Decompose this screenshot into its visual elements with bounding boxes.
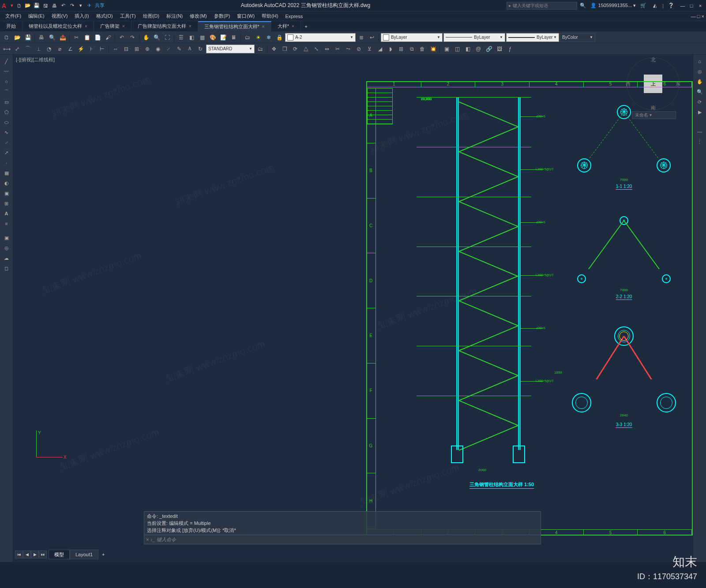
tool-design-icon[interactable]: ◧	[187, 33, 196, 42]
menu-express[interactable]: Express	[282, 14, 306, 19]
tool-open-icon[interactable]: 📂	[12, 33, 22, 42]
tool-plot-icon[interactable]: 🖶	[37, 33, 46, 42]
gradient-tool-icon[interactable]: ◐	[1, 178, 12, 188]
table-tool-icon[interactable]: ⊞	[1, 198, 12, 208]
menu-draw[interactable]: 绘图(D)	[139, 13, 163, 19]
menu-format[interactable]: 格式(O)	[93, 13, 116, 19]
spline-tool-icon[interactable]: ∿	[1, 127, 12, 137]
block-edit-icon[interactable]: ◧	[463, 44, 473, 54]
dim-edit-icon[interactable]: ✎	[174, 44, 184, 54]
tool-palette-icon[interactable]: 🎨	[208, 33, 218, 42]
point-tool-icon[interactable]: ·	[1, 158, 12, 168]
layer-lock-icon[interactable]: 🔒	[274, 33, 284, 42]
tool-pan-icon[interactable]: ✋	[141, 33, 151, 42]
tool-layer-icon[interactable]: 🗂	[243, 33, 252, 42]
cmd-close-icon[interactable]: ×	[146, 537, 149, 542]
arc-tool-icon[interactable]: ⌒	[1, 87, 12, 97]
dim-arc-icon[interactable]: ⌒	[23, 44, 33, 54]
tool-offset-icon[interactable]: ⧉	[407, 44, 417, 54]
child-close-button[interactable]: ×	[702, 14, 704, 19]
tool-publish-icon[interactable]: 📤	[58, 33, 68, 42]
command-input[interactable]: 键入命令	[157, 536, 539, 543]
polygon-tool-icon[interactable]: ⬠	[1, 107, 12, 117]
menu-tools[interactable]: 工具(T)	[116, 13, 139, 19]
qat-undo-icon[interactable]: ↶	[59, 2, 67, 10]
menu-dimension[interactable]: 标注(N)	[163, 13, 186, 19]
maximize-button[interactable]: □	[687, 2, 695, 9]
navbar-home-icon[interactable]: ⌂	[695, 56, 705, 66]
tool-break-icon[interactable]: ⊘	[354, 44, 364, 54]
tab-file-3[interactable]: 广告牌架结构立面大样×	[131, 21, 198, 32]
tool-save-icon[interactable]: 💾	[23, 33, 33, 42]
app-menu-arrow[interactable]: ▾	[11, 3, 13, 8]
qat-plot-icon[interactable]: 🖶	[50, 2, 58, 10]
dim-space-icon[interactable]: ↔	[111, 44, 120, 54]
dim-center-icon[interactable]: ⊕	[143, 44, 152, 54]
close-icon[interactable]: ×	[292, 24, 294, 29]
tool-erase-icon[interactable]: 🗑	[417, 44, 427, 54]
navbar-dash-icon[interactable]: —	[695, 127, 705, 136]
menu-insert[interactable]: 插入(I)	[71, 13, 92, 19]
child-maximize-button[interactable]: □	[697, 14, 700, 19]
dim-diameter-icon[interactable]: ⌀	[55, 44, 64, 54]
layout-nav-last-icon[interactable]: ⏭	[39, 551, 47, 558]
field-icon[interactable]: ƒ	[505, 44, 515, 54]
tool-rotate-icon[interactable]: ⟳	[290, 44, 300, 54]
search-icon[interactable]: 🔍	[579, 2, 587, 10]
tool-match-icon[interactable]: 🖌	[103, 33, 113, 42]
xline-tool-icon[interactable]: ⟋	[1, 138, 12, 147]
menu-parametric[interactable]: 参数(P)	[210, 13, 234, 19]
block-tool-icon[interactable]: ▣	[1, 233, 12, 243]
ucs-icon[interactable]: Y X	[28, 431, 64, 466]
autodesk-app-icon[interactable]: ◭	[651, 2, 659, 10]
layer-prev-icon[interactable]: ↩	[367, 33, 377, 42]
menu-help[interactable]: 帮助(H)	[258, 13, 282, 19]
dimstyle-dropdown[interactable]: STANDARD▼	[206, 45, 255, 53]
wipeout-tool-icon[interactable]: ◻	[1, 263, 12, 273]
tool-mirror-icon[interactable]: ⧋	[301, 44, 311, 54]
share-button[interactable]: 共享	[95, 2, 105, 9]
tool-scale-icon[interactable]: ⤡	[312, 44, 321, 54]
tool-zoomext-icon[interactable]: ⛶	[162, 33, 172, 42]
model-tab[interactable]: 模型	[49, 550, 70, 559]
dim-radius-icon[interactable]: ◔	[44, 44, 54, 54]
tool-extend-icon[interactable]: ⤳	[343, 44, 353, 54]
layer-dropdown[interactable]: A-2▼	[285, 33, 356, 42]
dim-update-icon[interactable]: ↻	[195, 44, 205, 54]
image-icon[interactable]: 🖼	[495, 44, 504, 54]
viewport-label[interactable]: [-][俯视][二维线框]	[16, 56, 55, 63]
dim-tedit-icon[interactable]: Ａ	[185, 44, 195, 54]
navbar-pan-icon[interactable]: ✋	[695, 77, 705, 86]
mtext-tool-icon[interactable]: A	[1, 209, 12, 218]
rect-tool-icon[interactable]: ▭	[1, 97, 12, 107]
dim-ordinate-icon[interactable]: ⟂	[34, 44, 43, 54]
viewcube-north[interactable]: 北	[651, 56, 656, 63]
child-minimize-button[interactable]: —	[691, 14, 696, 19]
xref-icon[interactable]: 🔗	[484, 44, 494, 54]
dim-inspect-icon[interactable]: ◉	[153, 44, 163, 54]
lineweight-dropdown[interactable]: ByLayer▼	[506, 33, 559, 42]
tab-file-2[interactable]: 广告牌架×	[94, 21, 131, 32]
new-tab-button[interactable]: +	[301, 24, 312, 29]
qat-open-icon[interactable]: 📂	[24, 2, 32, 10]
mline-tool-icon[interactable]: ≡	[1, 219, 12, 228]
tool-cut-icon[interactable]: ✂	[71, 33, 81, 42]
tool-props-icon[interactable]: ☰	[176, 33, 186, 42]
drawing-canvas[interactable]: [-][俯视][二维线框] 知末网 www.znzmo.com 知末网 www.…	[13, 55, 693, 562]
hatch-tool-icon[interactable]: ▦	[1, 168, 12, 178]
user-account[interactable]: 👤 15059991355... ▾	[590, 3, 636, 8]
layer-sun-icon[interactable]: ☀	[253, 33, 263, 42]
minimize-button[interactable]: —	[679, 2, 687, 9]
line-tool-icon[interactable]: ╱	[1, 56, 12, 66]
revision-tool-icon[interactable]: ☁	[1, 253, 12, 263]
qat-save-icon[interactable]: 💾	[33, 2, 41, 10]
qat-saveas-icon[interactable]: 🖫	[41, 2, 49, 10]
block-create-icon[interactable]: ◫	[452, 44, 462, 54]
tool-explode-icon[interactable]: 💥	[428, 44, 438, 54]
qat-arrow-icon[interactable]: ▾	[77, 2, 85, 10]
close-icon[interactable]: ×	[262, 24, 265, 29]
tool-paste-icon[interactable]: 📄	[93, 33, 102, 42]
menu-view[interactable]: 视图(V)	[48, 13, 71, 19]
tool-sheet-icon[interactable]: ▦	[197, 33, 207, 42]
tool-copy-obj-icon[interactable]: ❐	[280, 44, 289, 54]
